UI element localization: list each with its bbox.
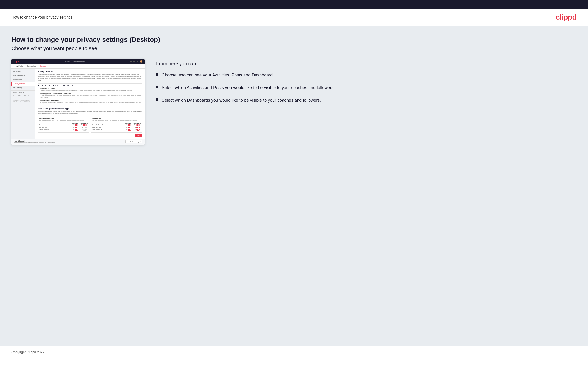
mockup-radio-only-you: Only You and Your Coach Only you and the… [38, 100, 142, 105]
mockup-show-hide-title: Show or hide specific features in Clippd [38, 108, 142, 109]
mockup-radio-circle-everyone [38, 88, 39, 90]
page-title: How to change your privacy settings (Des… [11, 36, 577, 43]
mockup-main-area: Privacy Controls Control how you and you… [35, 69, 145, 139]
mockup-nav-icons [130, 60, 142, 63]
bullet-square-2 [156, 86, 158, 88]
mockup-tabs: My Profile Connections Settings [11, 64, 145, 69]
toggle-workson-followers [136, 129, 140, 131]
mockup-activity-drills: Practice Drills ON ON [39, 127, 88, 128]
toggle-manual-followers [83, 129, 86, 131]
toggle-round-followers [136, 127, 140, 128]
mockup-dashboard-player: Player Dashboard ON ON [92, 124, 141, 126]
bullet-text-3: Select which Dashboards you would like t… [162, 97, 321, 103]
screenshot-mockup: clippd Home My Performance My Profile [11, 59, 145, 145]
bullet-list: Choose who can see your Activities, Post… [156, 72, 577, 104]
toggle-rounds-coaches [75, 124, 78, 126]
mockup-nav-home: Home [65, 61, 70, 62]
toggle-drills-coaches [75, 127, 78, 128]
header: How to change your privacy settings clip… [0, 8, 588, 26]
mockup-activities-box: Activities and Posts Select the types of… [38, 117, 89, 133]
mockup-tab-settings: Settings [38, 64, 48, 68]
main-content: How to change your privacy settings (Des… [0, 26, 588, 346]
mockup-sidebar-data: Data Integrations › [11, 74, 35, 78]
mockup-show-hide-desc: Regardless of the privacy controls that … [38, 111, 142, 115]
mockup-radio-approved: Only Approved Followers and Your Coach O… [38, 93, 142, 98]
toggle-player-coaches [128, 124, 131, 126]
mockup-save-row: Save [38, 134, 142, 137]
right-col-title: From here you can: [156, 61, 577, 67]
bullet-item-1: Choose who can see your Activities, Post… [156, 72, 577, 78]
mockup-settings-icon [137, 61, 138, 62]
bullet-item-2: Select which Activities and Posts you wo… [156, 85, 577, 91]
mockup-sidebar-version: Clippd Client Version: 2022.8.2SQL Serve… [11, 98, 35, 104]
mockup-sidebar-subscription: Subscription › [11, 78, 35, 82]
mockup-sidebar-privacy: Privacy Controls › [11, 82, 35, 86]
mockup-dashboard-round: Round Insights ON ON [92, 127, 141, 128]
mockup-nav-links: Home My Performance [65, 61, 85, 62]
bullet-text-1: Choose who can see your Activities, Post… [162, 72, 274, 78]
bullet-item-3: Select which Dashboards you would like t… [156, 97, 577, 103]
top-bar [0, 0, 588, 8]
mockup-sidebar-account: My Account › [11, 70, 35, 74]
mockup-dashboard-workson: What To Work On ON ON [92, 129, 141, 131]
mockup-radio-everyone: Everyone on Clippd Everyone on Clippd ca… [38, 88, 142, 92]
mockup-inner: clippd Home My Performance My Profile [11, 59, 145, 145]
mockup-user-icon [133, 61, 135, 62]
right-column: From here you can: Choose who can see yo… [156, 59, 577, 110]
mockup-sidebar-help: Help & Support ↗ [11, 91, 35, 94]
mockup-nav-performance: My Performance [73, 61, 85, 62]
mockup-navbar: clippd Home My Performance [11, 59, 145, 64]
mockup-dashboards-box: Dashboards Select the types of activity … [91, 117, 142, 133]
toggle-manual-coaches [75, 129, 78, 131]
mockup-privacy-title: Privacy Controls [38, 71, 142, 73]
mockup-activity-manual: Manual Activities ON ON [39, 129, 88, 131]
toggle-drills-followers [83, 127, 86, 128]
mockup-help-button[interactable]: Visit Our Community ↗ [125, 140, 142, 143]
page-subtitle: Choose what you want people to see [11, 45, 577, 51]
mockup-tab-profile: My Profile [14, 64, 25, 68]
toggle-player-followers [136, 124, 140, 126]
toggle-round-coaches [128, 127, 131, 128]
footer-copyright: Copyright Clippd 2022 [11, 350, 44, 354]
mockup-sidebar: My Account › Data Integrations › Subscri… [11, 69, 35, 139]
mockup-activity-rounds: Rounds ON ON [39, 124, 88, 126]
mockup-search-icon [130, 61, 132, 62]
mockup-tab-connections: Connections [25, 64, 38, 68]
toggle-workson-coaches [128, 129, 131, 131]
mockup-help-section: Help & Support Visit our Clippd communit… [11, 139, 145, 145]
mockup-who-can-see-title: Who Can See Your Activities and Dashboar… [38, 85, 142, 87]
mockup-radio-circle-only-you [38, 100, 39, 101]
mockup-privacy-desc: Control how you and your data appears to… [38, 74, 142, 82]
mockup-avatar [140, 60, 142, 63]
header-title: How to change your privacy settings [11, 15, 73, 19]
two-column-layout: clippd Home My Performance My Profile [11, 59, 577, 145]
bullet-square-1 [156, 73, 158, 75]
mockup-radio-circle-approved [38, 93, 39, 95]
mockup-save-button[interactable]: Save [135, 134, 142, 137]
mockup-sidebar-divider [11, 90, 35, 91]
mockup-sidebar-privacy-policy: Service & Privacy Policy ↗ [11, 94, 35, 98]
logo: clippd [556, 13, 577, 22]
toggle-rounds-followers [83, 124, 86, 126]
bullet-text-2: Select which Activities and Posts you wo… [162, 85, 335, 91]
mockup-logo: clippd [14, 60, 20, 63]
mockup-divider-2 [38, 106, 142, 106]
bullet-square-3 [156, 98, 158, 101]
footer: Copyright Clippd 2022 [0, 346, 588, 358]
mockup-features-row: Activities and Posts Select the types of… [38, 117, 142, 133]
mockup-sidebar-golfbag: My Golf Bag › [11, 86, 35, 90]
mockup-body: My Account › Data Integrations › Subscri… [11, 69, 145, 139]
